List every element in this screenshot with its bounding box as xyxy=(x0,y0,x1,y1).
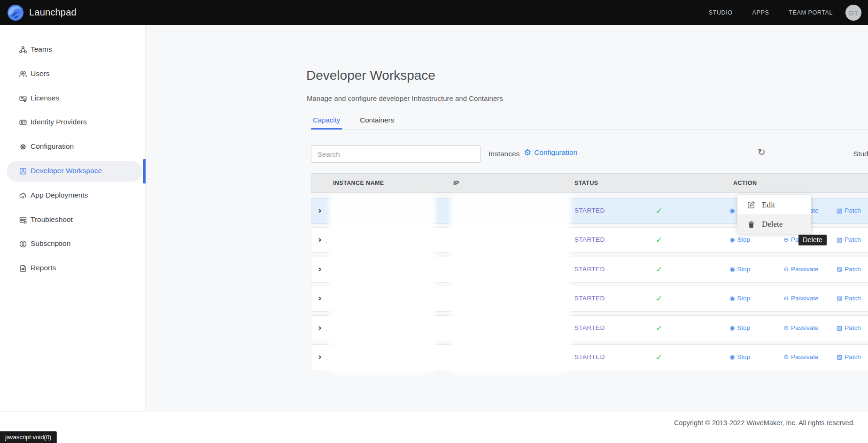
stop-icon: ◉ xyxy=(729,266,735,272)
sidebar-item-identity-providers[interactable]: Identity Providers xyxy=(0,112,146,133)
status-text: STARTED xyxy=(574,236,605,243)
passivate-icon: ⊖ xyxy=(783,237,789,243)
check-icon: ✓ xyxy=(656,235,662,244)
patch-icon: ▨ xyxy=(837,295,842,301)
passivate-action[interactable]: ⊖Passivate xyxy=(783,353,818,360)
sidebar-item-subscription[interactable]: Subscription xyxy=(0,234,146,254)
sidebar-item-label: App Deployments xyxy=(31,191,88,199)
action-label: Stop xyxy=(737,266,750,273)
patch-action[interactable]: ▨Patch xyxy=(837,324,861,331)
patch-action[interactable]: ▨Patch xyxy=(837,353,861,360)
table-header: INSTANCE NAMEIPSTATUSACTION xyxy=(311,173,868,193)
status-text: STARTED xyxy=(574,207,605,214)
nav-apps[interactable]: APPS xyxy=(752,9,769,16)
tab-containers[interactable]: Containers xyxy=(358,116,396,130)
tab-bar-divider xyxy=(311,130,868,130)
passivate-action[interactable]: ⊖Passivate xyxy=(783,324,818,331)
passivate-icon: ⊖ xyxy=(783,295,789,301)
action-label: Patch xyxy=(845,236,861,243)
passivate-icon: ⊖ xyxy=(783,354,789,360)
redacted-ip-band xyxy=(450,194,571,374)
action-label: Stop xyxy=(737,236,750,243)
patch-action[interactable]: ▨Patch xyxy=(837,295,861,302)
tab-bar: CapacityContainers xyxy=(311,116,396,130)
teams-icon xyxy=(19,46,27,54)
delete-tooltip: Delete xyxy=(798,235,827,245)
configuration-link-label: Configuration xyxy=(534,148,577,157)
configuration-link[interactable]: ⚙ Configuration xyxy=(524,148,577,157)
row-context-menu: EditDelete xyxy=(737,195,811,234)
menu-item-edit[interactable]: Edit xyxy=(737,195,811,214)
active-item-indicator xyxy=(143,159,146,183)
stop-action[interactable]: ◉Stop xyxy=(729,266,750,273)
brand-title: Launchpad xyxy=(29,7,77,18)
stop-icon: ◉ xyxy=(729,237,735,243)
action-label: Patch xyxy=(845,266,861,273)
stop-icon: ◉ xyxy=(729,354,735,360)
passivate-icon: ⊖ xyxy=(783,325,789,331)
app-deployments-icon xyxy=(19,191,27,200)
licenses-icon xyxy=(19,94,27,103)
patch-icon: ▨ xyxy=(837,237,842,243)
patch-action[interactable]: ▨Patch xyxy=(837,236,861,243)
column-header-status: STATUS xyxy=(574,180,598,186)
footer: Copyright © 2013-2022 WaveMaker, Inc. Al… xyxy=(0,411,868,443)
chevron-right-icon[interactable]: › xyxy=(318,351,322,362)
passivate-icon: ⊖ xyxy=(783,266,789,272)
sidebar-item-app-deployments[interactable]: App Deployments xyxy=(0,185,146,206)
edit-icon xyxy=(747,200,756,209)
tab-capacity[interactable]: Capacity xyxy=(311,116,342,130)
avatar[interactable]: GT xyxy=(845,5,861,21)
sidebar-item-label: Teams xyxy=(31,45,52,53)
topbar: Launchpad STUDIOAPPSTEAM PORTAL GT xyxy=(0,0,868,25)
configuration-icon xyxy=(19,143,27,151)
nav-studio[interactable]: STUDIO xyxy=(709,9,733,16)
sidebar-item-troubleshoot[interactable]: Troubleshoot xyxy=(0,210,146,230)
patch-action[interactable]: ▨Patch xyxy=(837,207,861,214)
redacted-instance-name-band xyxy=(329,194,436,374)
chevron-right-icon[interactable]: › xyxy=(318,234,322,245)
column-header-instance-name: INSTANCE NAME xyxy=(333,180,384,186)
menu-item-label: Delete xyxy=(762,220,783,229)
sidebar-item-developer-workspace[interactable]: Developer Workspace xyxy=(0,161,146,182)
chevron-right-icon[interactable]: › xyxy=(318,293,322,304)
passivate-action[interactable]: ⊖Passivate xyxy=(783,266,818,273)
stop-icon: ◉ xyxy=(729,325,735,331)
page-title: Developer Workspace xyxy=(306,68,435,83)
chevron-right-icon[interactable]: › xyxy=(318,264,322,275)
passivate-action[interactable]: ⊖Passivate xyxy=(783,295,818,302)
refresh-icon[interactable]: ↻ xyxy=(758,146,766,158)
subscription-icon xyxy=(19,240,27,248)
status-text: STARTED xyxy=(574,266,605,273)
sidebar-item-reports[interactable]: Reports xyxy=(0,258,146,279)
stop-action[interactable]: ◉Stop xyxy=(729,353,750,360)
trash-icon xyxy=(747,220,756,229)
stop-action[interactable]: ◉Stop xyxy=(729,324,750,331)
chevron-right-icon[interactable]: › xyxy=(318,205,322,216)
nav-team-portal[interactable]: TEAM PORTAL xyxy=(789,9,833,16)
sidebar-item-label: Subscription xyxy=(31,239,70,248)
sidebar-item-licenses[interactable]: Licenses xyxy=(0,88,146,109)
menu-item-delete[interactable]: Delete xyxy=(737,214,811,234)
page-subtitle: Manage and configure developer Infrastru… xyxy=(307,94,503,102)
patch-action[interactable]: ▨Patch xyxy=(837,266,861,273)
column-header-action: ACTION xyxy=(733,180,757,186)
action-label: Patch xyxy=(845,207,861,214)
gear-icon: ⚙ xyxy=(524,148,531,157)
sidebar-item-label: Licenses xyxy=(31,94,59,102)
chevron-right-icon[interactable]: › xyxy=(318,322,322,333)
topbar-nav: STUDIOAPPSTEAM PORTAL xyxy=(709,0,833,25)
sidebar-item-users[interactable]: Users xyxy=(0,64,146,84)
sidebar-item-label: Troubleshoot xyxy=(31,215,73,224)
patch-icon: ▨ xyxy=(837,266,842,272)
status-text: STARTED xyxy=(574,295,605,302)
sidebar-item-label: Developer Workspace xyxy=(31,167,102,175)
stop-action[interactable]: ◉Stop xyxy=(729,295,750,302)
action-label: Patch xyxy=(845,324,861,331)
link-status-bubble: javascript:void(0) xyxy=(0,431,57,443)
sidebar-item-configuration[interactable]: Configuration xyxy=(0,137,146,157)
copyright-text: Copyright © 2013-2022 WaveMaker, Inc. Al… xyxy=(674,419,855,427)
sidebar-item-teams[interactable]: Teams xyxy=(0,39,146,60)
search-input[interactable] xyxy=(311,145,480,163)
stop-action[interactable]: ◉Stop xyxy=(729,236,750,243)
